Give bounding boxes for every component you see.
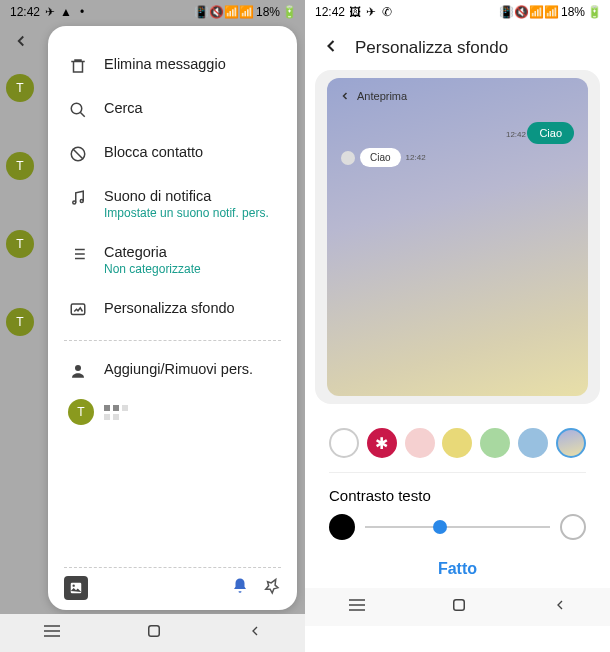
svg-point-7 [73, 585, 75, 587]
dot-icon: • [76, 6, 88, 18]
svg-point-0 [71, 103, 82, 114]
signal-icon: 📶 [241, 6, 253, 18]
telegram-icon: ✈ [44, 6, 56, 18]
svg-point-2 [73, 201, 76, 204]
pin-icon[interactable] [263, 577, 281, 599]
nav-back[interactable] [247, 623, 263, 643]
contrast-label: Contrasto testo [329, 487, 586, 504]
search-icon [68, 100, 88, 120]
contrast-slider[interactable] [365, 526, 550, 528]
slider-dark-endpoint[interactable] [329, 514, 355, 540]
mute-icon: 🔇 [516, 6, 528, 18]
conversation-list-bg: T T T T [0, 24, 40, 652]
slider-light-endpoint[interactable] [560, 514, 586, 540]
screen-right-wallpaper: 12:42 🖼 ✈ ✆ 📳 🔇 📶 📶 18% 🔋 Personalizza s… [305, 0, 610, 652]
battery-icon: 🔋 [588, 6, 600, 18]
menu-label: Suono di notifica [104, 188, 277, 204]
telegram-icon: ✈ [365, 6, 377, 18]
block-icon [68, 144, 88, 164]
contrast-slider-row [329, 514, 586, 540]
nav-back[interactable] [552, 597, 568, 617]
nav-home[interactable] [450, 596, 468, 618]
whatsapp-icon: ✆ [381, 6, 393, 18]
conversation-avatar[interactable]: T [6, 308, 34, 336]
menu-label: Categoria [104, 244, 277, 260]
menu-sublabel: Impostate un suono notif. pers. [104, 206, 277, 220]
menu-customize-wallpaper[interactable]: Personalizza sfondo [64, 288, 281, 332]
app-icon: ▲ [60, 6, 72, 18]
preview-header: Anteprima [339, 90, 576, 102]
conversation-avatar[interactable]: T [6, 230, 34, 258]
gallery-button[interactable] [64, 576, 88, 600]
color-option-pattern[interactable]: ✱ [367, 428, 397, 458]
trash-icon [68, 56, 88, 76]
music-note-icon [68, 188, 88, 208]
battery-pct: 18% [561, 5, 585, 19]
person-avatar: T [68, 399, 94, 425]
page-header: Personalizza sfondo [305, 24, 610, 70]
screen-left-menu: 12:42 ✈ ▲ • 📳 🔇 📶 📶 18% 🔋 T T T T [0, 0, 305, 652]
page-title: Personalizza sfondo [355, 38, 508, 58]
status-time: 12:42 [315, 5, 345, 19]
context-menu-popup: Elimina messaggio Cerca Blocca contatto … [48, 26, 297, 610]
nav-bar [0, 614, 305, 652]
menu-category[interactable]: Categoria Non categorizzate [64, 232, 281, 288]
color-option-pink[interactable] [405, 428, 435, 458]
svg-rect-9 [454, 600, 465, 611]
battery-pct: 18% [256, 5, 280, 19]
svg-point-3 [80, 200, 83, 203]
mute-icon: 🔇 [211, 6, 223, 18]
svg-rect-8 [149, 626, 160, 637]
menu-label: Aggiungi/Rimuovi pers. [104, 361, 277, 377]
color-option-green[interactable] [480, 428, 510, 458]
menu-label: Personalizza sfondo [104, 300, 277, 316]
bubble-time: 12:42 [406, 153, 426, 162]
nav-recents[interactable] [42, 624, 62, 642]
signal-icon: 📶 [546, 6, 558, 18]
color-option-gradient-selected[interactable] [556, 428, 586, 458]
done-button[interactable]: Fatto [329, 554, 586, 580]
svg-rect-4 [71, 304, 85, 315]
list-icon [68, 244, 88, 264]
menu-block-contact[interactable]: Blocca contatto [64, 132, 281, 176]
nav-bar [305, 588, 610, 626]
menu-label: Elimina messaggio [104, 56, 277, 72]
menu-sublabel: Non categorizzate [104, 262, 277, 276]
back-button[interactable] [321, 36, 341, 60]
nav-home[interactable] [145, 622, 163, 644]
color-option-yellow[interactable] [442, 428, 472, 458]
status-bar: 12:42 ✈ ▲ • 📳 🔇 📶 📶 18% 🔋 [0, 0, 305, 24]
nav-recents[interactable] [347, 598, 367, 616]
menu-add-remove-people[interactable]: Aggiungi/Rimuovi pers. [64, 349, 281, 393]
color-picker-row: ✱ [329, 428, 586, 473]
status-bar: 12:42 🖼 ✈ ✆ 📳 🔇 📶 📶 18% 🔋 [305, 0, 610, 24]
menu-label: Cerca [104, 100, 277, 116]
battery-icon: 🔋 [283, 6, 295, 18]
divider [64, 340, 281, 341]
preview-container: Anteprima 12:42 Ciao Ciao 12:42 [315, 70, 600, 404]
bell-icon[interactable] [231, 577, 249, 599]
redacted-name [104, 405, 134, 420]
person-icon [68, 361, 88, 381]
controls-panel: ✱ Contrasto testo Fatto [313, 414, 602, 588]
vibrate-icon: 📳 [196, 6, 208, 18]
color-option-none[interactable] [329, 428, 359, 458]
wifi-icon: 📶 [531, 6, 543, 18]
preview-label: Anteprima [357, 90, 407, 102]
menu-delete-message[interactable]: Elimina messaggio [64, 44, 281, 88]
bubble-time: 12:42 [506, 130, 526, 139]
wallpaper-preview: Anteprima 12:42 Ciao Ciao 12:42 [327, 78, 588, 396]
menu-label: Blocca contatto [104, 144, 277, 160]
color-option-blue[interactable] [518, 428, 548, 458]
incoming-bubble: Ciao [360, 148, 401, 167]
slider-thumb[interactable] [433, 520, 447, 534]
svg-point-5 [75, 365, 81, 371]
person-row[interactable]: T [64, 393, 281, 431]
conversation-avatar[interactable]: T [6, 74, 34, 102]
wifi-icon: 📶 [226, 6, 238, 18]
edit-icon [68, 300, 88, 320]
conversation-avatar[interactable]: T [6, 152, 34, 180]
bubble-avatar-icon [341, 151, 355, 165]
menu-notification-sound[interactable]: Suono di notifica Impostate un suono not… [64, 176, 281, 232]
menu-search[interactable]: Cerca [64, 88, 281, 132]
